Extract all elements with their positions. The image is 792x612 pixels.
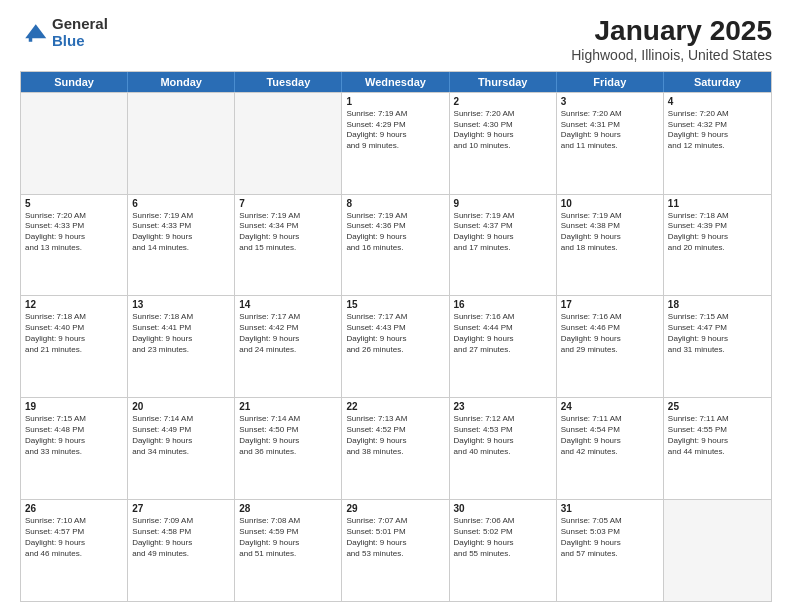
calendar-cell: 24Sunrise: 7:11 AM Sunset: 4:54 PM Dayli… [557, 398, 664, 499]
logo-icon [20, 19, 48, 47]
calendar-cell [128, 93, 235, 194]
logo-general: General [52, 16, 108, 33]
cell-day-number: 5 [25, 198, 123, 209]
cell-day-number: 19 [25, 401, 123, 412]
calendar-cell: 12Sunrise: 7:18 AM Sunset: 4:40 PM Dayli… [21, 296, 128, 397]
cell-info: Sunrise: 7:18 AM Sunset: 4:39 PM Dayligh… [668, 211, 767, 254]
cell-day-number: 30 [454, 503, 552, 514]
cell-day-number: 8 [346, 198, 444, 209]
calendar-header-day: Sunday [21, 72, 128, 92]
calendar-header-day: Tuesday [235, 72, 342, 92]
calendar-cell: 29Sunrise: 7:07 AM Sunset: 5:01 PM Dayli… [342, 500, 449, 601]
cell-day-number: 27 [132, 503, 230, 514]
logo: General Blue [20, 16, 108, 49]
cell-info: Sunrise: 7:15 AM Sunset: 4:48 PM Dayligh… [25, 414, 123, 457]
calendar-cell: 14Sunrise: 7:17 AM Sunset: 4:42 PM Dayli… [235, 296, 342, 397]
cell-day-number: 24 [561, 401, 659, 412]
calendar-cell [21, 93, 128, 194]
cell-info: Sunrise: 7:11 AM Sunset: 4:54 PM Dayligh… [561, 414, 659, 457]
calendar-week: 26Sunrise: 7:10 AM Sunset: 4:57 PM Dayli… [21, 499, 771, 601]
cell-info: Sunrise: 7:08 AM Sunset: 4:59 PM Dayligh… [239, 516, 337, 559]
calendar-cell [664, 500, 771, 601]
cell-info: Sunrise: 7:11 AM Sunset: 4:55 PM Dayligh… [668, 414, 767, 457]
calendar-cell: 25Sunrise: 7:11 AM Sunset: 4:55 PM Dayli… [664, 398, 771, 499]
cell-info: Sunrise: 7:09 AM Sunset: 4:58 PM Dayligh… [132, 516, 230, 559]
calendar-cell: 23Sunrise: 7:12 AM Sunset: 4:53 PM Dayli… [450, 398, 557, 499]
cell-day-number: 3 [561, 96, 659, 107]
cell-info: Sunrise: 7:14 AM Sunset: 4:49 PM Dayligh… [132, 414, 230, 457]
cell-day-number: 25 [668, 401, 767, 412]
cell-day-number: 29 [346, 503, 444, 514]
cell-day-number: 16 [454, 299, 552, 310]
calendar-cell: 19Sunrise: 7:15 AM Sunset: 4:48 PM Dayli… [21, 398, 128, 499]
calendar-cell: 4Sunrise: 7:20 AM Sunset: 4:32 PM Daylig… [664, 93, 771, 194]
cell-info: Sunrise: 7:16 AM Sunset: 4:46 PM Dayligh… [561, 312, 659, 355]
calendar-week: 1Sunrise: 7:19 AM Sunset: 4:29 PM Daylig… [21, 92, 771, 194]
calendar-cell: 5Sunrise: 7:20 AM Sunset: 4:33 PM Daylig… [21, 195, 128, 296]
cell-info: Sunrise: 7:16 AM Sunset: 4:44 PM Dayligh… [454, 312, 552, 355]
cell-info: Sunrise: 7:05 AM Sunset: 5:03 PM Dayligh… [561, 516, 659, 559]
calendar-body: 1Sunrise: 7:19 AM Sunset: 4:29 PM Daylig… [21, 92, 771, 601]
cell-day-number: 31 [561, 503, 659, 514]
cell-day-number: 9 [454, 198, 552, 209]
svg-rect-2 [29, 34, 33, 41]
calendar-cell: 22Sunrise: 7:13 AM Sunset: 4:52 PM Dayli… [342, 398, 449, 499]
cell-info: Sunrise: 7:07 AM Sunset: 5:01 PM Dayligh… [346, 516, 444, 559]
calendar-header-day: Wednesday [342, 72, 449, 92]
cell-info: Sunrise: 7:17 AM Sunset: 4:42 PM Dayligh… [239, 312, 337, 355]
logo-blue: Blue [52, 33, 108, 50]
cell-info: Sunrise: 7:19 AM Sunset: 4:34 PM Dayligh… [239, 211, 337, 254]
cell-info: Sunrise: 7:15 AM Sunset: 4:47 PM Dayligh… [668, 312, 767, 355]
calendar-cell: 21Sunrise: 7:14 AM Sunset: 4:50 PM Dayli… [235, 398, 342, 499]
cell-info: Sunrise: 7:18 AM Sunset: 4:40 PM Dayligh… [25, 312, 123, 355]
cell-day-number: 23 [454, 401, 552, 412]
page-subtitle: Highwood, Illinois, United States [571, 47, 772, 63]
cell-day-number: 4 [668, 96, 767, 107]
page-title: January 2025 [571, 16, 772, 47]
cell-day-number: 2 [454, 96, 552, 107]
calendar-cell: 9Sunrise: 7:19 AM Sunset: 4:37 PM Daylig… [450, 195, 557, 296]
calendar-cell: 10Sunrise: 7:19 AM Sunset: 4:38 PM Dayli… [557, 195, 664, 296]
calendar-cell: 16Sunrise: 7:16 AM Sunset: 4:44 PM Dayli… [450, 296, 557, 397]
cell-info: Sunrise: 7:14 AM Sunset: 4:50 PM Dayligh… [239, 414, 337, 457]
calendar-cell: 13Sunrise: 7:18 AM Sunset: 4:41 PM Dayli… [128, 296, 235, 397]
cell-info: Sunrise: 7:06 AM Sunset: 5:02 PM Dayligh… [454, 516, 552, 559]
calendar-cell [235, 93, 342, 194]
calendar-cell: 28Sunrise: 7:08 AM Sunset: 4:59 PM Dayli… [235, 500, 342, 601]
calendar-cell: 3Sunrise: 7:20 AM Sunset: 4:31 PM Daylig… [557, 93, 664, 194]
cell-day-number: 14 [239, 299, 337, 310]
calendar: SundayMondayTuesdayWednesdayThursdayFrid… [20, 71, 772, 602]
cell-day-number: 10 [561, 198, 659, 209]
cell-day-number: 17 [561, 299, 659, 310]
cell-info: Sunrise: 7:10 AM Sunset: 4:57 PM Dayligh… [25, 516, 123, 559]
cell-info: Sunrise: 7:19 AM Sunset: 4:29 PM Dayligh… [346, 109, 444, 152]
calendar-cell: 30Sunrise: 7:06 AM Sunset: 5:02 PM Dayli… [450, 500, 557, 601]
cell-day-number: 15 [346, 299, 444, 310]
calendar-cell: 18Sunrise: 7:15 AM Sunset: 4:47 PM Dayli… [664, 296, 771, 397]
cell-info: Sunrise: 7:13 AM Sunset: 4:52 PM Dayligh… [346, 414, 444, 457]
cell-day-number: 1 [346, 96, 444, 107]
calendar-cell: 7Sunrise: 7:19 AM Sunset: 4:34 PM Daylig… [235, 195, 342, 296]
calendar-week: 19Sunrise: 7:15 AM Sunset: 4:48 PM Dayli… [21, 397, 771, 499]
calendar-header-day: Saturday [664, 72, 771, 92]
cell-info: Sunrise: 7:20 AM Sunset: 4:32 PM Dayligh… [668, 109, 767, 152]
cell-day-number: 6 [132, 198, 230, 209]
calendar-cell: 6Sunrise: 7:19 AM Sunset: 4:33 PM Daylig… [128, 195, 235, 296]
calendar-cell: 1Sunrise: 7:19 AM Sunset: 4:29 PM Daylig… [342, 93, 449, 194]
calendar-cell: 26Sunrise: 7:10 AM Sunset: 4:57 PM Dayli… [21, 500, 128, 601]
cell-info: Sunrise: 7:20 AM Sunset: 4:33 PM Dayligh… [25, 211, 123, 254]
calendar-cell: 27Sunrise: 7:09 AM Sunset: 4:58 PM Dayli… [128, 500, 235, 601]
cell-day-number: 20 [132, 401, 230, 412]
calendar-header-day: Friday [557, 72, 664, 92]
cell-info: Sunrise: 7:19 AM Sunset: 4:37 PM Dayligh… [454, 211, 552, 254]
cell-info: Sunrise: 7:19 AM Sunset: 4:33 PM Dayligh… [132, 211, 230, 254]
cell-info: Sunrise: 7:20 AM Sunset: 4:30 PM Dayligh… [454, 109, 552, 152]
calendar-cell: 31Sunrise: 7:05 AM Sunset: 5:03 PM Dayli… [557, 500, 664, 601]
cell-day-number: 12 [25, 299, 123, 310]
calendar-cell: 11Sunrise: 7:18 AM Sunset: 4:39 PM Dayli… [664, 195, 771, 296]
cell-info: Sunrise: 7:17 AM Sunset: 4:43 PM Dayligh… [346, 312, 444, 355]
cell-day-number: 21 [239, 401, 337, 412]
cell-day-number: 13 [132, 299, 230, 310]
cell-info: Sunrise: 7:18 AM Sunset: 4:41 PM Dayligh… [132, 312, 230, 355]
cell-info: Sunrise: 7:20 AM Sunset: 4:31 PM Dayligh… [561, 109, 659, 152]
